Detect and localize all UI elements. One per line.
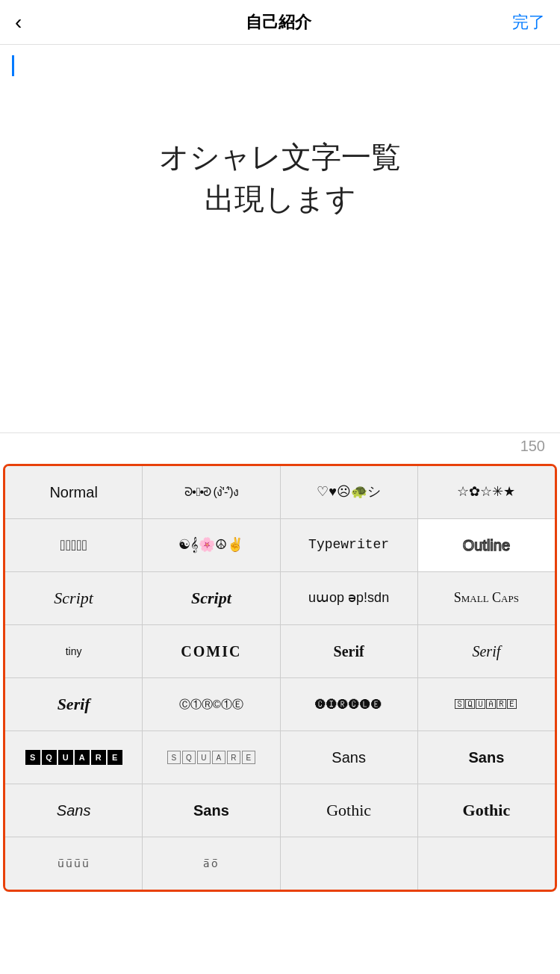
font-cell-sans1[interactable]: Sans (281, 731, 417, 784)
font-label-sans3: Sans (57, 801, 91, 820)
font-cell-script1[interactable]: Script (5, 572, 142, 624)
font-label-normal: Normal (49, 483, 97, 502)
font-panel: Normal ᘐ•᳒•ᘑ (ง'̀-'́)ง ♡♥☹🐢シ ☆✿☆✳★ 𓅓𓂀𓇋𓋹𓆈… (3, 464, 557, 892)
font-label-script2: Script (191, 588, 231, 609)
font-cell-gothic1[interactable]: Gothic (281, 784, 417, 837)
font-cell-sans2[interactable]: Sans (418, 731, 555, 784)
font-label-gothic2: Gothic (463, 800, 511, 822)
text-cursor (12, 55, 14, 76)
font-label-sans2: Sans (468, 748, 504, 767)
font-label-outline: Outline (463, 536, 510, 555)
font-label-serif2: Serif (472, 642, 500, 661)
font-cell-outline[interactable]: Outline (418, 519, 555, 571)
font-label-sans1: Sans (332, 748, 366, 767)
font-label-dots1: ü̈ü̈ü̈ü̈ (57, 857, 90, 870)
font-cell-typewriter[interactable]: Typewriter (281, 519, 417, 571)
font-label-square-outline1: 🅂🅀🅄🄰🅁🄴 (455, 698, 517, 711)
font-label-serif1: Serif (334, 642, 364, 661)
font-cell-serif3[interactable]: Serif (5, 678, 142, 730)
font-label-circle-outline: Ⓒ①Ⓡ©①Ⓔ (179, 697, 243, 712)
font-label-sans4: Sans (193, 801, 229, 820)
font-label-circle-filled: 🅒🅘🅡🅒🅛🅔 (315, 698, 382, 711)
font-cell-dots2[interactable]: ä̈ö̈ (143, 837, 279, 890)
font-label-upsidedown: uɯop ǝp!sdn (308, 589, 389, 607)
font-cell-smallcaps[interactable]: Small Caps (418, 572, 555, 624)
font-label-stars: ☆✿☆✳★ (457, 483, 515, 500)
font-grid: Normal ᘐ•᳒•ᘑ (ง'̀-'́)ง ♡♥☹🐢シ ☆✿☆✳★ 𓅓𓂀𓇋𓋹𓆈… (5, 466, 555, 890)
font-cell-sans4[interactable]: Sans (143, 784, 279, 837)
font-cell-normal[interactable]: Normal (5, 466, 142, 518)
font-cell-hieroglyphs[interactable]: 𓅓𓂀𓇋𓋹𓆈 (5, 519, 142, 571)
font-label-script1: Script (54, 588, 93, 609)
font-cell-empty2 (418, 837, 555, 890)
font-cell-square-outline2[interactable]: SQUARE (143, 731, 279, 784)
font-cell-symbols1[interactable]: ᘐ•᳒•ᘑ (ง'̀-'́)ง (143, 466, 279, 518)
nav-title: 自己紹介 (246, 11, 311, 34)
font-cell-serif1[interactable]: Serif (281, 625, 417, 677)
font-cell-stars[interactable]: ☆✿☆✳★ (418, 466, 555, 518)
font-cell-empty1 (281, 837, 417, 890)
font-label-dots2: ä̈ö̈ (203, 857, 220, 870)
font-cell-comic[interactable]: COMIC (143, 625, 279, 677)
font-cell-circle-outline[interactable]: Ⓒ①Ⓡ©①Ⓔ (143, 678, 279, 730)
font-label-emoji1: ♡♥☹🐢シ (317, 483, 381, 500)
font-label-comic: COMIC (181, 642, 241, 661)
font-cell-script2[interactable]: Script (143, 572, 279, 624)
font-cell-gothic2[interactable]: Gothic (418, 784, 555, 837)
back-button[interactable]: ‹ (15, 10, 45, 34)
font-cell-sans3[interactable]: Sans (5, 784, 142, 837)
font-cell-upsidedown[interactable]: uɯop ǝp!sdn (281, 572, 417, 624)
font-cell-dots1[interactable]: ü̈ü̈ü̈ü̈ (5, 837, 142, 890)
font-label-gothic1: Gothic (326, 800, 371, 822)
font-label-curly: ☯𝄞🌸☮✌ (178, 536, 243, 553)
done-button[interactable]: 完了 (512, 11, 545, 34)
font-label-square-filled: SQUARE (25, 750, 122, 765)
font-label-hieroglyphs: 𓅓𓂀𓇋𓋹𓆈 (60, 536, 87, 555)
text-editor[interactable]: オシャレ文字一覧 出現します (0, 45, 560, 433)
placeholder-line2: 出現します (205, 178, 356, 220)
font-cell-square-filled[interactable]: SQUARE (5, 731, 142, 784)
font-cell-circle-filled[interactable]: 🅒🅘🅡🅒🅛🅔 (281, 678, 417, 730)
font-cell-serif2[interactable]: Serif (418, 625, 555, 677)
font-label-tiny: tiny (66, 645, 82, 658)
font-label-square-outline2: SQUARE (167, 751, 255, 764)
placeholder-line1: オシャレ文字一覧 (159, 136, 401, 178)
font-cell-emoji1[interactable]: ♡♥☹🐢シ (281, 466, 417, 518)
font-label-serif3: Serif (57, 694, 90, 716)
font-label-symbols1: ᘐ•᳒•ᘑ (ง'̀-'́)ง (184, 485, 237, 500)
font-cell-tiny[interactable]: tiny (5, 625, 142, 677)
font-cell-square-outline1[interactable]: 🅂🅀🅄🄰🅁🄴 (418, 678, 555, 730)
font-label-typewriter: Typewriter (308, 536, 389, 553)
font-label-smallcaps: Small Caps (454, 589, 519, 607)
font-cell-curly[interactable]: ☯𝄞🌸☮✌ (143, 519, 279, 571)
navigation-bar: ‹ 自己紹介 完了 (0, 0, 560, 45)
placeholder-content: オシャレ文字一覧 出現します (12, 76, 548, 235)
char-count: 150 (0, 433, 560, 464)
